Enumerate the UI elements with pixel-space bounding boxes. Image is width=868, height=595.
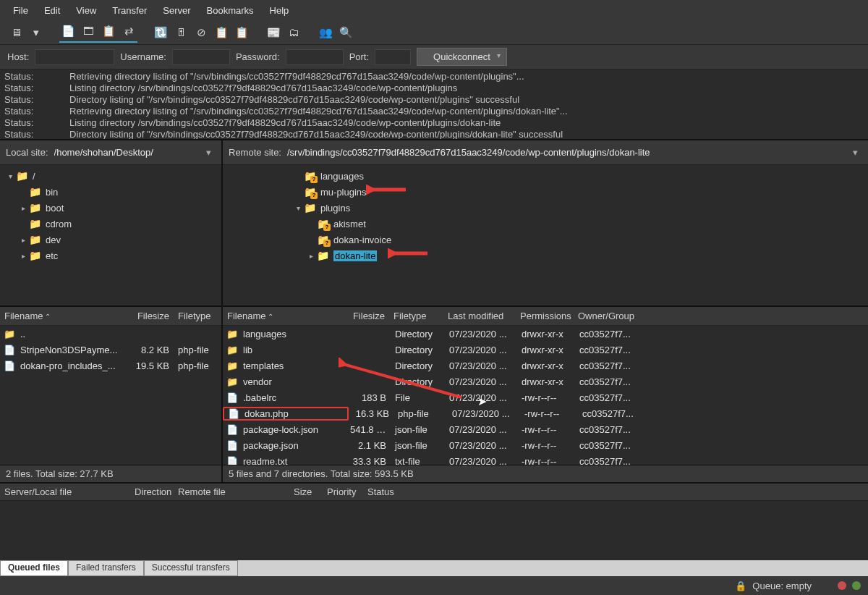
folder-icon: 📁 — [317, 250, 329, 261]
queue-col-direction[interactable]: Direction — [130, 486, 174, 497]
remote-site-input[interactable] — [284, 145, 848, 159]
file-modified: 07/23/2020 ... — [445, 345, 517, 355]
tab-queued-files[interactable]: Queued files — [0, 560, 68, 576]
log-message: Directory listing of "/srv/bindings/cc03… — [69, 94, 519, 106]
tree-item[interactable]: 📁dokan-invoice — [224, 232, 867, 248]
file-row[interactable]: 📄 package-lock.json541.8 KB json-file 07… — [223, 421, 868, 437]
file-row[interactable]: 📄 readme.txt33.3 KB txt-file 07/23/2020 … — [223, 453, 868, 465]
toolbar-icon[interactable]: 📋 — [233, 24, 250, 41]
tree-item[interactable]: 📁languages — [224, 168, 867, 184]
file-row[interactable]: 📄 dokan-pro_includes_... 19.5 KB php-fil… — [0, 358, 221, 374]
queue-col-priority[interactable]: Priority — [323, 486, 363, 497]
menu-file[interactable]: File — [6, 1, 35, 20]
password-input[interactable] — [286, 49, 344, 65]
tree-item[interactable]: ▾📁/ — [1, 168, 220, 184]
tree-item[interactable]: 📁cdrom — [1, 216, 220, 232]
col-filetype-r[interactable]: Filetype — [389, 311, 443, 321]
file-size: 8.2 KB — [130, 345, 174, 355]
menu-bookmarks[interactable]: Bookmarks — [200, 1, 261, 20]
toolbar-icon[interactable]: 🎚 — [172, 24, 190, 41]
toolbar-icon[interactable]: 📋 — [213, 24, 230, 41]
col-filetype[interactable]: Filetype — [174, 311, 217, 321]
tree-item-label: dev — [46, 235, 61, 245]
tree-item[interactable]: ▸📁boot — [1, 200, 220, 216]
expand-icon[interactable]: ▸ — [19, 204, 27, 212]
password-label: Password: — [236, 51, 280, 62]
menu-transfer[interactable]: Transfer — [105, 1, 154, 20]
remote-site-dropdown-icon[interactable]: ▾ — [848, 147, 862, 158]
file-row[interactable]: 📁 vendor Directory 07/23/2020 ... drwxr-… — [223, 374, 868, 389]
col-filename-r[interactable]: Filename — [223, 311, 346, 321]
expand-icon[interactable]: ▾ — [294, 204, 302, 212]
file-row[interactable]: 📁 templates Directory 07/23/2020 ... drw… — [223, 358, 868, 374]
local-site-dropdown-icon[interactable]: ▾ — [202, 147, 216, 158]
local-site-input[interactable] — [51, 145, 202, 159]
queue-col-size[interactable]: Size — [289, 486, 323, 497]
tree-item[interactable]: 📁akismet — [224, 216, 867, 232]
toolbar-icon[interactable]: 📰 — [265, 24, 282, 41]
file-name: package-lock.json — [239, 424, 346, 435]
local-tree[interactable]: ▾📁/📁bin▸📁boot📁cdrom▸📁dev▸📁etc — [0, 165, 221, 305]
host-input[interactable] — [35, 49, 114, 65]
file-type: Directory — [391, 329, 445, 339]
tab-successful-transfers[interactable]: Successful transfers — [144, 560, 238, 576]
file-icon: 📄 — [3, 360, 16, 371]
file-icon: 📄 — [226, 440, 239, 451]
file-type: Directory — [391, 345, 445, 355]
file-row[interactable]: 📄 .babelrc183 B File 07/23/2020 ... -rw-… — [223, 389, 868, 405]
queue-col-status[interactable]: Status — [363, 486, 407, 497]
menu-help[interactable]: Help — [263, 1, 297, 20]
file-row[interactable]: 📄 dokan.php16.3 KB php-file 07/23/2020 .… — [223, 405, 868, 421]
queue-col-remote-file[interactable]: Remote file — [174, 486, 289, 497]
col-filename[interactable]: Filename — [0, 311, 130, 321]
tree-item[interactable]: ▸📁dokan-lite — [224, 248, 867, 263]
toolbar-icon[interactable]: 🖥 — [7, 24, 25, 41]
toolbar-icon[interactable]: 🔃 — [152, 24, 169, 41]
expand-icon[interactable]: ▸ — [19, 252, 27, 260]
file-row[interactable]: 📁 lib Directory 07/23/2020 ... drwxr-xr-… — [223, 342, 868, 358]
toolbar-icon[interactable]: ▾ — [27, 24, 45, 41]
toolbar-icon[interactable]: 🔍 — [337, 24, 354, 41]
file-row[interactable]: 📄 StripeNon3DSPayme... 8.2 KB php-file — [0, 342, 221, 358]
menu-server[interactable]: Server — [156, 1, 197, 20]
file-row[interactable]: 📁 languages Directory 07/23/2020 ... drw… — [223, 326, 868, 342]
tree-item[interactable]: ▸📁dev — [1, 232, 220, 248]
tree-item[interactable]: ▾📁plugins — [224, 200, 867, 216]
remote-tree[interactable]: 📁languages📁mu-plugins▾📁plugins📁akismet📁d… — [223, 165, 868, 305]
folder-icon: 📁 — [29, 234, 41, 245]
tree-item-label: plugins — [320, 203, 350, 214]
col-perms-r[interactable]: Permissions — [516, 311, 574, 321]
expand-icon[interactable]: ▾ — [6, 172, 14, 180]
toolbar-icon[interactable]: 📋 — [100, 22, 117, 40]
highlighted-file: 📄 dokan.php — [223, 407, 349, 421]
tree-item[interactable]: ▸📁etc — [1, 248, 220, 263]
col-filesize-r[interactable]: Filesize — [346, 311, 389, 321]
toolbar-icon[interactable]: ⊘ — [192, 24, 210, 41]
file-size: 16.3 KB — [349, 408, 393, 419]
toolbar-icon[interactable]: 🗔 — [80, 22, 97, 40]
col-filesize[interactable]: Filesize — [130, 311, 174, 321]
folder-icon: 📁 — [29, 202, 41, 214]
toolbar-icon[interactable]: ⇄ — [120, 22, 137, 40]
toolbar-icon[interactable]: 📄 — [59, 22, 77, 40]
expand-icon[interactable]: ▸ — [307, 252, 315, 260]
expand-icon[interactable]: ▸ — [19, 236, 27, 244]
main-panes: Local site: ▾ ▾📁/📁bin▸📁boot📁cdrom▸📁dev▸📁… — [0, 140, 868, 482]
file-row[interactable]: 📄 package.json2.1 KB json-file 07/23/202… — [223, 437, 868, 453]
toolbar-icon[interactable]: 👥 — [317, 24, 334, 41]
col-owner-r[interactable]: Owner/Group — [574, 311, 639, 321]
tab-failed-transfers[interactable]: Failed transfers — [68, 560, 144, 576]
port-input[interactable] — [375, 49, 411, 65]
tree-item[interactable]: 📁mu-plugins — [224, 184, 867, 200]
username-input[interactable] — [172, 49, 230, 65]
toolbar-icon[interactable]: 🗂 — [285, 24, 302, 41]
menu-edit[interactable]: Edit — [37, 1, 67, 20]
col-modified-r[interactable]: Last modified — [443, 311, 516, 321]
tree-item[interactable]: 📁bin — [1, 184, 220, 200]
quickconnect-button[interactable]: Quickconnect — [417, 48, 507, 66]
queue-col-server-local-file[interactable]: Server/Local file — [0, 486, 130, 497]
log-message: Retrieving directory listing of "/srv/bi… — [69, 71, 524, 83]
tree-item-label: / — [33, 171, 35, 182]
menu-view[interactable]: View — [69, 1, 103, 20]
file-row[interactable]: 📁 .. — [0, 326, 221, 342]
